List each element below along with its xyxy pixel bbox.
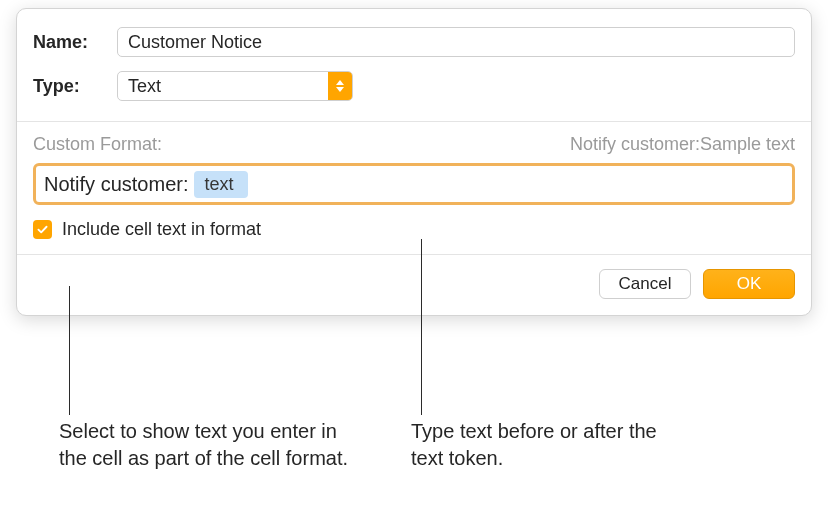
name-input[interactable] (117, 27, 795, 57)
ok-button[interactable]: OK (703, 269, 795, 299)
type-label: Type: (33, 76, 103, 97)
select-stepper-icon (328, 72, 352, 100)
name-row: Name: (17, 9, 811, 67)
callout-line-checkbox (69, 286, 70, 415)
format-input[interactable]: Notify customer: text (33, 163, 795, 205)
type-value: Text (128, 76, 161, 97)
include-row: Include cell text in format (17, 215, 811, 254)
type-select[interactable]: Text (117, 71, 353, 101)
format-prefix-text: Notify customer: (44, 173, 188, 196)
include-label: Include cell text in format (62, 219, 261, 240)
type-row: Type: Text (17, 67, 811, 115)
callout-token: Type text before or after the text token… (411, 418, 661, 472)
text-token[interactable]: text (194, 171, 247, 198)
format-input-wrap: Notify customer: text (33, 163, 795, 205)
custom-format-preview: Notify customer:Sample text (570, 134, 795, 155)
dialog-footer: Cancel OK (17, 254, 811, 315)
custom-format-dialog: Name: Type: Text Custom Format: Notify c… (16, 8, 812, 316)
checkmark-icon (36, 223, 49, 236)
callout-line-token (421, 239, 422, 415)
include-checkbox[interactable] (33, 220, 52, 239)
custom-format-label: Custom Format: (33, 134, 162, 155)
custom-format-row: Custom Format: Notify customer:Sample te… (17, 122, 811, 159)
name-label: Name: (33, 32, 103, 53)
cancel-button[interactable]: Cancel (599, 269, 691, 299)
callout-checkbox: Select to show text you enter in the cel… (59, 418, 349, 472)
